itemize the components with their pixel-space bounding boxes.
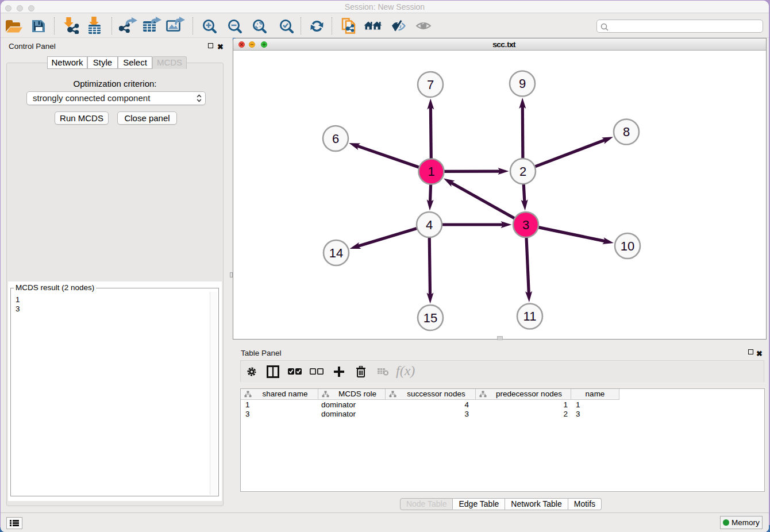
svg-text:9: 9 [519, 76, 526, 91]
svg-text:10: 10 [621, 239, 634, 253]
svg-text:6: 6 [332, 132, 339, 146]
svg-text:11: 11 [523, 309, 537, 323]
svg-text:7: 7 [427, 78, 434, 92]
svg-text:4: 4 [426, 218, 433, 232]
svg-text:2: 2 [519, 164, 526, 179]
svg-text:3: 3 [522, 218, 529, 232]
svg-text:8: 8 [623, 125, 630, 139]
svg-text:15: 15 [424, 311, 437, 325]
svg-text:1: 1 [428, 164, 434, 179]
svg-text:14: 14 [329, 246, 343, 260]
